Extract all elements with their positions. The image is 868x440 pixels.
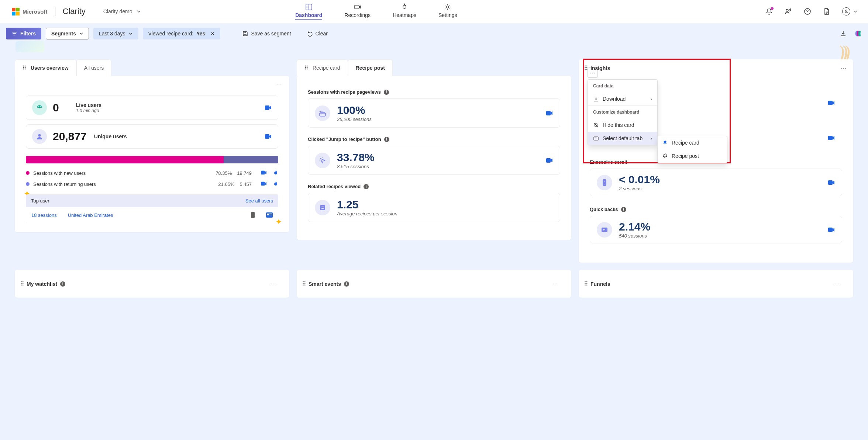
info-icon[interactable]: i — [364, 184, 369, 189]
camera-icon — [828, 135, 835, 141]
filters-button[interactable]: Filters — [6, 28, 41, 39]
tab-settings[interactable]: Settings — [438, 3, 457, 20]
svg-point-7 — [39, 107, 40, 108]
drag-handle-icon[interactable]: ⠿ — [579, 280, 590, 287]
info-icon[interactable]: i — [344, 281, 349, 287]
top-user-row[interactable]: 18 sessions United Arab Emirates — [26, 207, 278, 223]
drag-handle-icon[interactable]: ⠿ — [579, 65, 590, 72]
svg-rect-17 — [269, 215, 272, 215]
copilot-icon[interactable] — [854, 30, 862, 38]
ctx-select-default-tab[interactable]: Select default tab › — [588, 132, 657, 145]
legend-dot-icon — [26, 171, 30, 175]
info-icon[interactable]: i — [384, 90, 389, 95]
card-menu-button[interactable]: ⋯ — [264, 275, 283, 292]
recipe-m3-label: Related recipes viewed i — [308, 184, 560, 189]
tab-recipe-card-label: Recipe card — [313, 65, 340, 71]
view-recordings-button[interactable] — [828, 180, 835, 186]
account-menu[interactable] — [842, 7, 858, 15]
view-recordings-button[interactable] — [546, 157, 553, 163]
live-users-value: 0 — [53, 101, 59, 114]
people-icon — [785, 8, 792, 15]
camera-icon[interactable] — [261, 170, 267, 175]
hide-icon — [593, 122, 599, 128]
svg-rect-27 — [828, 228, 833, 232]
chevron-down-icon — [853, 9, 858, 14]
project-selector[interactable]: Clarity demo — [103, 8, 141, 14]
heatmap-icon[interactable] — [273, 181, 278, 187]
date-range-chip[interactable]: Last 3 days — [93, 28, 138, 39]
info-icon[interactable]: i — [60, 281, 65, 287]
help-button[interactable] — [804, 8, 811, 15]
top-user-sessions: 18 sessions — [31, 212, 57, 218]
device-icon — [251, 212, 255, 218]
legend-new-pct: 78.35% — [216, 170, 232, 176]
svg-point-4 — [789, 10, 790, 11]
tab-users-overview[interactable]: ⠿ Users overview — [15, 59, 76, 76]
camera-icon — [828, 227, 835, 233]
view-recordings-button[interactable] — [828, 227, 835, 233]
recipe-m2-row: 33.78% 8,515 sessions — [308, 146, 560, 175]
drag-handle-icon[interactable]: ⠿ — [297, 280, 309, 287]
tab-all-users[interactable]: All users — [76, 59, 112, 76]
submenu-recipe-card[interactable]: Recipe card — [658, 136, 727, 149]
heatmap-icon[interactable] — [273, 170, 278, 176]
svg-rect-12 — [261, 182, 265, 186]
see-all-users-link[interactable]: See all users — [245, 198, 273, 204]
card-menu-button[interactable]: ⋯ — [274, 79, 284, 89]
ctx-hide-card[interactable]: Hide this card — [588, 118, 657, 132]
top-user-label: Top user — [31, 198, 49, 204]
ms-logo-icon — [12, 8, 20, 15]
card-menu-button[interactable]: ⋯ — [545, 275, 565, 292]
dashboard-grid: ⠿ Users overview All users ⋯ 0 — [0, 44, 868, 270]
avatar-icon — [842, 7, 850, 15]
share-button[interactable] — [785, 8, 792, 15]
info-icon[interactable]: i — [621, 207, 626, 212]
id-card-icon[interactable] — [266, 212, 273, 218]
quick-backs-label: Quick backs i — [590, 207, 842, 212]
tab-settings-label: Settings — [438, 12, 457, 18]
recipe-card: ⠿ Recipe card Recipe post Sessions with … — [297, 59, 571, 263]
tab-dashboard[interactable]: Dashboard — [295, 3, 322, 20]
tab-recipe-post[interactable]: Recipe post — [348, 59, 393, 76]
view-recordings-button[interactable] — [265, 134, 272, 139]
pin-icon — [663, 140, 668, 145]
view-recordings-button[interactable] — [546, 110, 553, 116]
svg-rect-1 — [355, 5, 359, 9]
tab-recipe-post-label: Recipe post — [356, 65, 385, 71]
tab-heatmaps[interactable]: Heatmaps — [393, 3, 416, 20]
notifications-button[interactable] — [765, 8, 773, 15]
submenu-recipe-post[interactable]: Recipe post — [658, 149, 727, 163]
drag-handle-icon[interactable]: ⠿ — [23, 65, 29, 71]
document-button[interactable] — [823, 8, 830, 15]
ctx-download-label: Download — [603, 96, 626, 102]
info-icon[interactable]: i — [384, 137, 389, 142]
legend-new-n: 19,749 — [237, 170, 252, 176]
card-menu-button[interactable]: ⋯ — [827, 275, 847, 292]
user-icon — [32, 129, 47, 144]
ctx-download[interactable]: Download › — [588, 92, 657, 105]
view-recordings-button[interactable] — [828, 135, 835, 141]
drag-handle-icon[interactable]: ⠿ — [15, 280, 27, 287]
svg-rect-25 — [828, 180, 833, 185]
microsoft-logo[interactable]: Microsoft — [12, 8, 48, 15]
filter-chip-viewed-recipe[interactable]: Viewed recipe card: Yes — [143, 28, 221, 39]
camera-icon[interactable] — [261, 181, 267, 186]
close-icon[interactable] — [210, 31, 215, 36]
clear-button[interactable]: Clear — [301, 28, 333, 39]
tab-recipe-card[interactable]: ⠿ Recipe card — [297, 59, 348, 76]
view-recordings-button[interactable] — [265, 105, 272, 111]
save-segment-label: Save as segment — [251, 31, 291, 37]
qb-sub: 540 sessions — [619, 233, 650, 239]
recordings-icon — [354, 3, 361, 11]
save-segment-button[interactable]: Save as segment — [237, 28, 296, 39]
svg-point-3 — [786, 9, 788, 11]
view-recordings-button[interactable] — [828, 100, 835, 106]
download-icon[interactable] — [840, 30, 847, 37]
drag-handle-icon[interactable]: ⠿ — [304, 65, 311, 71]
card-menu-button[interactable]: ⋯ — [834, 59, 853, 77]
recipe-m3-val: 1.25 — [337, 198, 397, 211]
segments-button[interactable]: Segments — [46, 28, 89, 39]
camera-icon — [265, 105, 272, 111]
recipe-m2-sub: 8,515 sessions — [337, 164, 375, 169]
tab-recordings[interactable]: Recordings — [344, 3, 371, 20]
